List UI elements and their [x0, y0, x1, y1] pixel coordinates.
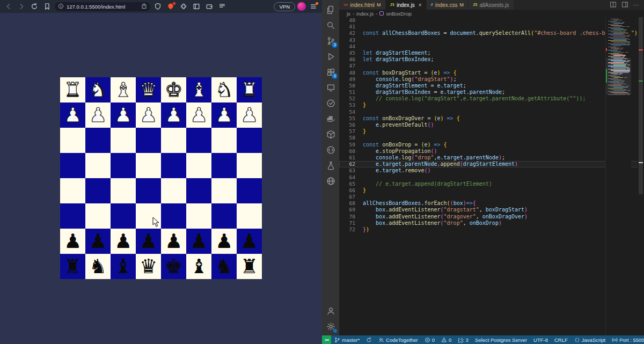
settings-icon[interactable]	[323, 319, 338, 334]
code-line-40[interactable]: 40	[339, 17, 644, 24]
board-square[interactable]	[60, 203, 85, 229]
tab-index.html[interactable]: <>index.htmlM	[339, 0, 386, 10]
chess-piece-bp[interactable]: ♟	[114, 231, 132, 251]
board-square[interactable]	[111, 128, 136, 153]
code-line-64[interactable]: 64	[339, 174, 644, 181]
vpn-button[interactable]: VPN	[274, 2, 295, 11]
board-square[interactable]: ♟	[60, 229, 85, 254]
code-line-72[interactable]: 72})	[339, 226, 644, 233]
search-icon[interactable]	[323, 18, 338, 33]
remote-explorer-icon[interactable]	[323, 80, 338, 96]
split-editor-icon[interactable]	[610, 1, 617, 9]
board-square[interactable]	[111, 153, 136, 178]
code-line-43[interactable]: 43	[339, 37, 644, 43]
chess-piece-wn[interactable]: ♞	[89, 80, 107, 100]
profile-avatar[interactable]	[297, 2, 306, 11]
board-square[interactable]: ♟	[60, 103, 85, 128]
status-utf-8[interactable]: UTF-8	[530, 335, 551, 344]
chess-piece-bp[interactable]: ♟	[64, 231, 82, 251]
code-line-63[interactable]: 63 e.target.remove()	[339, 167, 644, 174]
board-square[interactable]	[186, 178, 211, 203]
minimap[interactable]	[605, 17, 631, 335]
code-line-67[interactable]: 67	[339, 194, 644, 200]
board-square[interactable]	[237, 203, 262, 229]
board-square[interactable]: ♚	[161, 77, 186, 103]
chess-piece-bp[interactable]: ♟	[89, 231, 107, 251]
code-line-57[interactable]: 57}	[339, 128, 644, 135]
back-button[interactable]	[3, 1, 14, 12]
extensions-icon[interactable]	[178, 1, 189, 12]
bookmark-icon[interactable]	[42, 1, 53, 12]
board-square[interactable]: ♟	[111, 229, 136, 254]
code-line-51[interactable]: 51 dragStartBoxIndex = e.target.parentNo…	[339, 89, 644, 96]
brave-rewards-icon[interactable]	[165, 1, 176, 12]
code-line-68[interactable]: 68allChessBoardBoxes.forEach((box)=>{	[339, 200, 644, 207]
code-line-44[interactable]: 44	[339, 43, 644, 50]
code-line-45[interactable]: 45let dragStartElement;	[339, 50, 644, 56]
code-line-55[interactable]: 55const onBoxDragOver = (e) => {	[339, 115, 644, 122]
docker-icon[interactable]	[323, 111, 338, 127]
status-error[interactable]: 0	[421, 335, 438, 344]
chess-piece-wp[interactable]: ♟	[140, 105, 157, 125]
code-line-54[interactable]: 54	[339, 109, 644, 115]
breadcrumb-file[interactable]: index.js	[356, 11, 374, 17]
globe-icon[interactable]	[323, 173, 338, 189]
board-square[interactable]: ♟	[161, 103, 186, 128]
board-square[interactable]	[237, 178, 262, 203]
board-square[interactable]: ♚	[161, 254, 186, 279]
chess-piece-wb[interactable]: ♝	[114, 80, 132, 100]
code-line-71[interactable]: 71 box.addEventListener("drop", onBoxDro…	[339, 220, 644, 226]
board-square[interactable]	[161, 153, 186, 178]
board-square[interactable]	[60, 128, 85, 153]
board-square[interactable]: ♞	[85, 254, 111, 279]
board-square[interactable]: ♟	[136, 229, 161, 254]
board-square[interactable]	[60, 153, 85, 178]
code-line-46[interactable]: 46let dragStartBoxIndex;	[339, 56, 644, 63]
code-editor[interactable]: 404142const allChessBoardBoxes = documen…	[339, 17, 644, 335]
code-line-66[interactable]: 66}	[339, 187, 644, 194]
board-square[interactable]	[237, 153, 262, 178]
status-braces[interactable]: JavaScript	[571, 335, 609, 344]
chess-piece-wk[interactable]: ♚	[165, 80, 182, 100]
board-square[interactable]	[211, 178, 237, 203]
code-line-62[interactable]: 62 e.target.parentNode.append(dragStartE…	[339, 161, 644, 167]
chess-piece-wp[interactable]: ♟	[190, 105, 208, 125]
board-square[interactable]	[237, 128, 262, 153]
close-tab-icon[interactable]: ×	[419, 2, 422, 8]
board-square[interactable]: ♝	[111, 254, 136, 279]
code-line-47[interactable]: 47	[339, 63, 644, 69]
chess-piece-bq[interactable]: ♛	[140, 257, 157, 276]
chess-piece-wn[interactable]: ♞	[215, 80, 233, 100]
status-warning[interactable]: 0	[438, 335, 455, 344]
flask-icon[interactable]	[323, 158, 338, 173]
minimap-slider[interactable]	[606, 58, 631, 94]
board-square[interactable]: ♝	[186, 254, 211, 279]
code-line-69[interactable]: 69 box.addEventListener("dragstart", box…	[339, 207, 644, 213]
board-square[interactable]	[60, 178, 85, 203]
packages-icon[interactable]	[323, 127, 338, 142]
board-square[interactable]	[111, 203, 136, 229]
board-square[interactable]	[186, 128, 211, 153]
status-people[interactable]: CodeTogether	[375, 335, 421, 344]
board-square[interactable]: ♝	[186, 77, 211, 103]
scrollbar[interactable]	[638, 17, 644, 335]
board-square[interactable]: ♞	[211, 254, 237, 279]
share-icon[interactable]	[141, 2, 147, 11]
code-line-48[interactable]: 48const boxDragStart = (e) => {	[339, 70, 644, 76]
chess-piece-wr[interactable]: ♜	[240, 80, 258, 100]
codetogether-icon[interactable]	[323, 142, 338, 158]
chess-piece-br[interactable]: ♜	[240, 257, 258, 276]
chess-piece-bp[interactable]: ♟	[215, 231, 233, 251]
status-remote[interactable]: ><	[322, 335, 331, 344]
board-square[interactable]	[85, 178, 111, 203]
board-square[interactable]	[85, 203, 111, 229]
menu-button[interactable]	[308, 1, 319, 12]
board-square[interactable]	[161, 203, 186, 229]
breadcrumb-symbol[interactable]: onBoxDrop	[386, 11, 412, 17]
chess-piece-wr[interactable]: ♜	[64, 80, 82, 100]
code-line-60[interactable]: 60 e.stopPropagation()	[339, 148, 644, 155]
status--3[interactable]: {;}: 3	[455, 335, 472, 344]
address-bar[interactable]: 127.0.0.1:5500/index.html	[55, 2, 150, 11]
board-square[interactable]: ♟	[85, 229, 111, 254]
chess-piece-wq[interactable]: ♛	[140, 80, 157, 100]
